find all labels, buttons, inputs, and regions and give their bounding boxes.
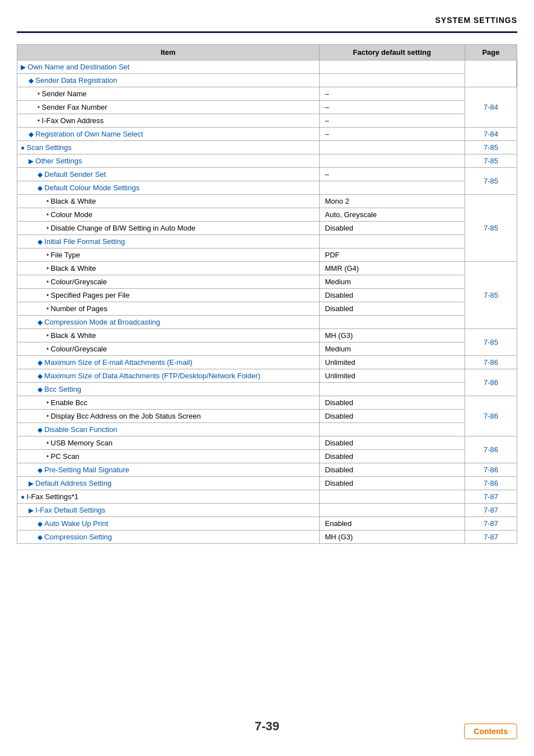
item-label[interactable]: Scan Settings [27, 143, 72, 152]
table-row: ◆ Compression SettingMH (G3)7-87 [17, 530, 517, 544]
table-row: ▶ Default Address SettingDisabled7-86 [17, 477, 517, 490]
item-prefix: ◆ [38, 466, 44, 474]
item-prefix: • [46, 345, 51, 353]
table-row: • Black & WhiteMono 27-85 [17, 195, 517, 208]
table-cell-factory: Medium [319, 342, 465, 356]
table-cell-item: ▶ Other Settings [17, 154, 320, 168]
item-label: Black & White [51, 331, 96, 340]
item-prefix: ● [21, 144, 27, 152]
table-cell-page[interactable]: 7-85 [465, 154, 517, 168]
item-label[interactable]: Compression Mode at Broadcasting [44, 318, 160, 326]
table-cell-page[interactable]: 7-87 [465, 504, 517, 517]
table-cell-factory: Auto, Greyscale [319, 208, 465, 222]
item-prefix: ◆ [38, 426, 44, 434]
item-label[interactable]: Disable Scan Function [44, 425, 117, 434]
table-cell-item: ◆ Auto Wake Up Print [17, 517, 320, 530]
table-cell-page[interactable]: 7-87 [465, 517, 517, 530]
item-prefix: • [46, 305, 51, 313]
table-cell-factory: MH (G3) [319, 329, 465, 342]
table-cell-item: • Enable Bcc [17, 396, 320, 410]
table-cell-item: ◆ Default Colour Mode Settings [17, 181, 320, 195]
item-label[interactable]: Default Colour Mode Settings [44, 184, 139, 192]
item-label[interactable]: Default Sender Set [44, 170, 106, 179]
item-prefix: • [46, 453, 51, 461]
table-cell-page[interactable]: 7-86 [465, 436, 517, 463]
table-cell-factory: PDF [319, 248, 465, 262]
table-cell-factory: Disabled [319, 463, 465, 477]
item-label[interactable]: Initial File Format Setting [44, 237, 125, 246]
table-cell-factory: MH (G3) [319, 530, 465, 544]
item-label: Specified Pages per File [51, 291, 130, 299]
item-label[interactable]: Compression Setting [44, 533, 112, 541]
item-label: Number of Pages [51, 304, 107, 313]
item-label: Black & White [51, 264, 96, 273]
table-cell-factory: Unlimited [319, 369, 465, 383]
item-label: PC Scan [51, 452, 79, 461]
item-label: I-Fax Own Address [42, 116, 104, 125]
table-cell-factory: – [319, 114, 465, 128]
table-cell-factory [319, 490, 465, 504]
main-table: Item Factory default setting Page ▶ Own … [17, 44, 517, 544]
table-cell-page[interactable]: 7-86 [465, 477, 517, 490]
table-cell-item: ◆ Initial File Format Setting [17, 235, 320, 248]
item-prefix: ◆ [38, 533, 44, 541]
item-prefix: • [46, 211, 51, 219]
table-cell-factory: Disabled [319, 410, 465, 423]
table-row: • Sender Name–7-84 [17, 87, 517, 101]
table-cell-page[interactable]: 7-87 [465, 490, 517, 504]
item-prefix: • [46, 412, 51, 420]
table-cell-page[interactable]: 7-85 [465, 141, 517, 154]
table-cell-page[interactable]: 7-85 [465, 195, 517, 262]
table-cell-page[interactable]: 7-85 [465, 329, 517, 356]
page-header: SYSTEM SETTINGS [17, 11, 517, 33]
table-row: • Number of PagesDisabled [17, 302, 517, 316]
table-row: • Colour/GreyscaleMedium [17, 342, 517, 356]
table-cell-page[interactable]: 7-86 [465, 356, 517, 369]
table-cell-factory: Enabled [319, 517, 465, 530]
table-cell-item: • Display Bcc Address on the Job Status … [17, 410, 320, 423]
table-row: ◆ Maximum Size of Data Attachments (FTP/… [17, 369, 517, 383]
item-label[interactable]: I-Fax Default Settings [35, 506, 105, 514]
table-cell-item: • Black & White [17, 262, 320, 275]
item-prefix: ▶ [29, 506, 35, 514]
page-number: 7-39 [255, 719, 279, 734]
contents-button[interactable]: Contents [464, 724, 517, 739]
table-row: • Sender Fax Number– [17, 101, 517, 114]
table-cell-page[interactable]: 7-84 [465, 128, 517, 141]
table-cell-factory: Unlimited [319, 356, 465, 369]
table-cell-page[interactable]: 7-85 [465, 262, 517, 329]
item-label[interactable]: Other Settings [35, 157, 82, 165]
table-cell-factory [319, 181, 465, 195]
item-prefix: • [46, 278, 51, 286]
table-row: • USB Memory ScanDisabled7-86 [17, 436, 517, 450]
col-header-factory: Factory default setting [319, 45, 465, 60]
table-row: • Display Bcc Address on the Job Status … [17, 410, 517, 423]
col-header-page: Page [465, 45, 517, 60]
item-label[interactable]: Auto Wake Up Print [44, 519, 108, 528]
item-label[interactable]: Default Address Setting [35, 479, 111, 487]
table-cell-factory [319, 74, 465, 87]
item-label[interactable]: Sender Data Registration [35, 76, 117, 84]
table-cell-page[interactable]: 7-87 [465, 530, 517, 544]
table-cell-item: • Colour/Greyscale [17, 342, 320, 356]
item-label[interactable]: Maximum Size of Data Attachments (FTP/De… [44, 372, 260, 380]
item-label[interactable]: Bcc Setting [44, 385, 81, 393]
item-label[interactable]: Own Name and Destination Set [27, 63, 129, 71]
item-label[interactable]: Maximum Size of E-mail Attachments (E-ma… [44, 358, 192, 367]
item-prefix: ◆ [38, 238, 44, 246]
table-cell-item: • Black & White [17, 329, 320, 342]
table-row: • I-Fax Own Address– [17, 114, 517, 128]
item-prefix: • [46, 399, 51, 407]
table-cell-page[interactable]: 7-86 [465, 396, 517, 436]
table-row: • Disable Change of B/W Setting in Auto … [17, 222, 517, 235]
table-cell-page[interactable]: 7-84 [465, 87, 517, 128]
item-label[interactable]: Pre-Setting Mail Signature [44, 466, 129, 474]
table-cell-factory: – [319, 128, 465, 141]
item-label[interactable]: Registration of Own Name Select [35, 130, 143, 138]
item-prefix: ◆ [38, 372, 44, 380]
table-cell-page[interactable]: 7-85 [465, 168, 517, 195]
table-cell-page[interactable]: 7-86 [465, 463, 517, 477]
table-cell-item: ▶ Own Name and Destination Set [17, 60, 320, 74]
table-cell-page[interactable]: 7-86 [465, 369, 517, 396]
item-prefix: • [46, 265, 51, 273]
